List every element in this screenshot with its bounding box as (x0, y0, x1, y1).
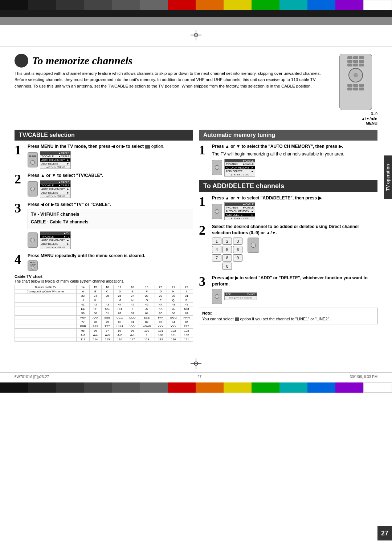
remote-09-label: 0–9 (334, 112, 377, 116)
step1-number: 1 (15, 143, 25, 169)
cable-table: Number on this TV 141516171819202122 Cor… (15, 285, 193, 342)
bottom-color-block-cyan (279, 382, 307, 393)
num-btn-6[interactable]: 6 (233, 246, 242, 253)
bottom-color-block-4 (84, 382, 112, 393)
bottom-color-block-blue (307, 382, 335, 393)
color-block-red (168, 0, 196, 10)
remote-control-area: 0–9 ▲/▼/◀/▶ MENU (334, 54, 377, 125)
intro-paragraph: This unit is equipped with a channel mem… (15, 70, 327, 89)
adddelete-step2-visuals: 1 2 3 4 5 6 7 8 9 0 (212, 238, 377, 271)
num-btn-0[interactable]: 0 (222, 263, 232, 270)
adddelete-step2: 2 Select the desired channel to be added… (199, 224, 377, 271)
color-block-cyan (279, 0, 307, 10)
step3-number: 3 (15, 202, 25, 249)
step4-body: Press MENU repeatedly until the menu scr… (28, 253, 193, 271)
tvcable-section: TV/CABLE selection 1 Press MENU in the T… (15, 130, 193, 342)
step1-body: Press MENU in the TV mode, then press ◀ … (28, 143, 193, 169)
bottom-color-block-red (168, 382, 196, 393)
color-block-4 (84, 0, 112, 10)
adddelete-step1-number: 1 (199, 195, 209, 220)
bottom-color-block-green (252, 382, 279, 393)
adddelete-step3: 3 Press ◀ or ▶ to select "ADD" or "DELET… (199, 275, 377, 304)
bottom-color-block-3 (56, 382, 84, 393)
tvcable-infobox: TV - VHF/UHF channels CABLE - Cable TV c… (28, 209, 193, 229)
bottom-color-bar (0, 382, 392, 393)
step3-body: Press ◀ or ▶ to select "TV" or "CABLE". … (28, 202, 193, 249)
bottom-color-block-orange (196, 382, 224, 393)
step4-number: 4 (15, 253, 25, 271)
step2-visuals: ►CABLE TV/CABLE►CABLE AUTO CH MEMORY► AD… (28, 180, 193, 198)
tvcable-header: TV/CABLE selection (15, 130, 193, 141)
color-block-6 (140, 0, 168, 10)
num-btn-9[interactable]: 9 (233, 254, 242, 262)
step2-number: 2 (15, 173, 25, 198)
bottom-color-block-6 (140, 382, 168, 393)
num-btn-3[interactable]: 3 (233, 238, 242, 245)
footer: 5W70101A [E]p23-27 27 30/1/06, 6:33 PM (0, 372, 392, 381)
step1-visuals: ►CABLE TV/CABLE►CABLE AUTO CH MEMORY► AD… (28, 151, 193, 169)
num-btn-8[interactable]: 8 (222, 254, 232, 262)
footer-left-text: 5W70101A [E]p23-27 (15, 375, 49, 379)
adddelete-step2-body: Select the desired channel to be added o… (212, 224, 377, 271)
adddelete-step1: 1 Press ▲ or ▼ to select "ADD/DELETE", t… (199, 195, 377, 220)
automem-step1: 1 Press ▲ or ▼ to select the "AUTO CH ME… (199, 143, 377, 177)
adddelete-step3-body: Press ◀ or ▶ to select "ADD" or "DELETE"… (212, 275, 377, 304)
color-block-green (252, 0, 279, 10)
header-area (0, 25, 392, 46)
top-color-bar (0, 0, 392, 10)
adddelete-step1-visuals: ►CABLE TV/CABLE►CABLE AUTO CH MEMORY► AD… (212, 202, 377, 220)
num-btn-2[interactable]: 2 (222, 238, 232, 245)
step3-visuals: ►TV TV/CABLE►TV AUTO CH MEMORY► ADD/ DEL… (28, 231, 193, 249)
bottom-color-block-yellow (224, 382, 252, 393)
num-btn-1[interactable]: 1 (212, 238, 221, 245)
color-block-orange (196, 0, 224, 10)
bottom-color-block-white (363, 382, 392, 393)
automemory-header: Automatic memory tuning (199, 130, 377, 141)
footer-crosshair-icon (191, 358, 201, 369)
adddelete-header: To ADD/DELETE channels (199, 180, 377, 192)
two-columns-section: TV/CABLE selection 1 Press MENU in the T… (15, 130, 377, 342)
color-block-yellow (224, 0, 252, 10)
gray-bar (0, 17, 392, 25)
adddelete-step1-body: Press ▲ or ▼ to select "ADD/DELETE", the… (212, 195, 377, 220)
color-block-blue (307, 0, 335, 10)
sidebar-label: TV operation (384, 155, 392, 199)
title-icon (15, 54, 28, 68)
remote-menu-label: MENU (334, 121, 377, 125)
adddelete-step3-number: 3 (199, 275, 209, 304)
remote-arrows-label: ▲/▼/◀/▶ (334, 117, 377, 121)
bottom-color-block-5 (112, 382, 140, 393)
page-number-box: 27 (377, 526, 392, 540)
footer-right-text: 30/1/06, 6:33 PM (350, 375, 377, 379)
color-block-purple (335, 0, 363, 10)
color-block-white (363, 0, 392, 10)
adddelete-step2-number: 2 (199, 224, 209, 271)
tvcable-step3: 3 Press ◀ or ▶ to select "TV" or "CABLE"… (15, 202, 193, 249)
bottom-color-block-1 (0, 382, 28, 393)
num-btn-4[interactable]: 4 (212, 246, 221, 253)
top-black-strip (0, 10, 392, 17)
note-text: You cannot select option if you set the … (202, 317, 374, 321)
main-content: To memorize channels This unit is equipp… (0, 46, 392, 355)
automem-step1-body: Press ▲ or ▼ to select the "AUTO CH MEMO… (212, 143, 377, 177)
header-crosshair-icon (191, 29, 201, 40)
color-block-1 (0, 0, 28, 10)
step2-body: Press ▲ or ▼ to select "TV/CABLE". ►CABL… (28, 173, 193, 198)
page-title: To memorize channels (32, 54, 132, 67)
adddelete-step3-visuals: ADDCH 001 0-9/▲/▼/◄/► / MENU (212, 289, 377, 304)
footer-center-text: 27 (197, 375, 201, 379)
color-block-3 (56, 0, 84, 10)
color-block-2 (28, 0, 56, 10)
note-box: Note: You cannot select option if you se… (199, 308, 377, 324)
automem-step1-visuals: ►CABLE TV/CABLE►CABLE AUTO CH MEMORY► AD… (212, 159, 377, 177)
tvcable-step2: 2 Press ▲ or ▼ to select "TV/CABLE". ►CA… (15, 173, 193, 198)
cable-chart: Cable TV chart The chart below is typica… (15, 274, 193, 342)
bottom-color-block-2 (28, 382, 56, 393)
automemory-adddelete-section: Automatic memory tuning 1 Press ▲ or ▼ t… (199, 130, 377, 342)
automem-step1-number: 1 (199, 143, 209, 177)
tvcable-step4: 4 Press MENU repeatedly until the menu s… (15, 253, 193, 271)
color-block-5 (112, 0, 140, 10)
tvcable-step1: 1 Press MENU in the TV mode, then press … (15, 143, 193, 169)
num-btn-5[interactable]: 5 (222, 246, 232, 253)
num-btn-7[interactable]: 7 (212, 254, 221, 262)
